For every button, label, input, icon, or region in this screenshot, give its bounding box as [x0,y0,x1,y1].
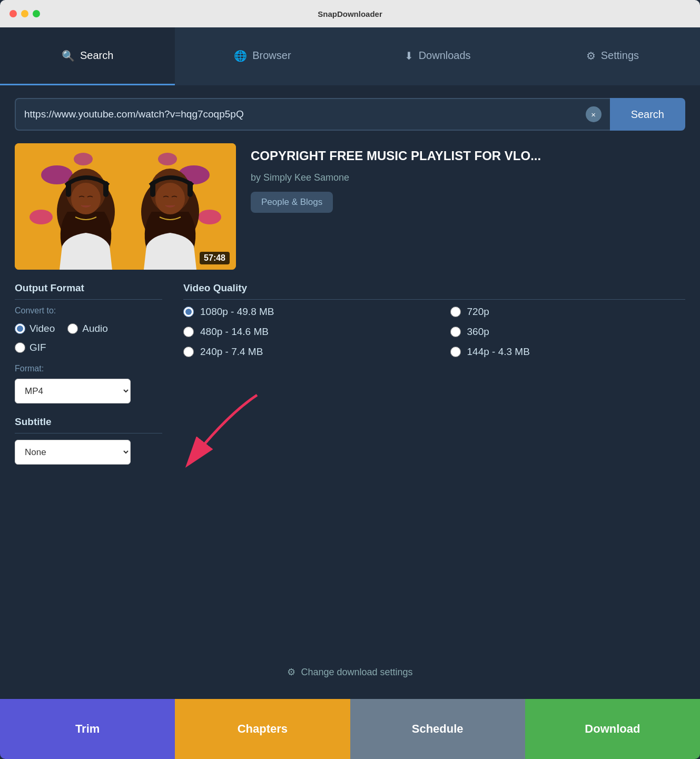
settings-tab-icon: ⚙ [586,50,596,62]
search-button[interactable]: Search [610,98,685,131]
schedule-button[interactable]: Schedule [350,699,525,759]
downloads-tab-icon: ⬇ [405,50,413,62]
svg-point-5 [74,153,93,165]
download-settings-link[interactable]: ⚙ Change download settings [15,658,685,686]
subtitle-area: Subtitle None English Spanish French Ger… [15,416,685,465]
video-label: Video [29,323,55,334]
chapters-button[interactable]: Chapters [175,699,350,759]
tab-browser[interactable]: 🌐 Browser [175,27,350,85]
tab-downloads[interactable]: ⬇ Downloads [350,27,525,85]
tab-settings[interactable]: ⚙ Settings [525,27,700,85]
minimize-window-button[interactable] [21,10,28,17]
quality-radio-1080p[interactable] [183,307,194,317]
quality-radio-240p[interactable] [183,347,194,357]
gif-row: GIF [15,342,162,353]
video-radio[interactable] [15,323,25,334]
subtitle-select[interactable]: None English Spanish French German [15,440,131,465]
audio-option[interactable]: Audio [67,323,108,334]
trim-button[interactable]: Trim [0,699,175,759]
quality-label-480p: 480p - 14.6 MB [200,326,269,338]
quality-label-240p: 240p - 7.4 MB [200,346,263,358]
clear-icon: × [591,110,596,119]
settings-tab-label: Settings [601,50,639,62]
video-info: 57:48 COPYRIGHT FREE MUSIC PLAYLIST FOR … [15,143,685,270]
quality-radio-144p[interactable] [450,347,461,357]
svg-point-3 [29,210,53,224]
thumbnail-svg [15,143,236,270]
video-quality-section: Video Quality 1080p - 49.8 MB 720p 480p … [183,282,685,358]
titlebar: SnapDownloader [0,0,700,27]
convert-label: Convert to: [15,306,162,316]
download-button[interactable]: Download [525,699,700,759]
url-input[interactable] [24,99,586,130]
clear-url-button[interactable]: × [586,106,602,122]
video-audio-row: Video Audio [15,323,162,334]
browser-tab-icon: 🌐 [234,50,247,62]
quality-grid: 1080p - 49.8 MB 720p 480p - 14.6 MB 360p… [183,306,685,358]
quality-radio-480p[interactable] [183,327,194,337]
browser-tab-label: Browser [252,50,291,62]
output-format-section: Output Format Convert to: Video Audio [15,282,162,403]
quality-radio-720p[interactable] [450,307,461,317]
gif-radio[interactable] [15,342,25,353]
quality-label-720p: 720p [467,306,489,318]
quality-144p[interactable]: 144p - 4.3 MB [450,346,686,358]
action-bar: Trim Chapters Schedule Download [0,699,700,759]
close-window-button[interactable] [9,10,17,17]
nav-tabs: 🔍 Search 🌐 Browser ⬇ Downloads ⚙ Setting… [0,27,700,85]
svg-point-16 [155,183,185,214]
subtitle-title: Subtitle [15,416,162,433]
quality-240p[interactable]: 240p - 7.4 MB [183,346,419,358]
svg-point-11 [71,183,101,214]
video-author: by Simply Kee Samone [251,172,541,183]
quality-label-144p: 144p - 4.3 MB [467,346,530,358]
quality-480p[interactable]: 480p - 14.6 MB [183,326,419,338]
video-category: People & Blogs [251,192,333,213]
format-label: Format: [15,364,162,373]
search-tab-label: Search [80,50,113,62]
svg-rect-0 [15,143,236,270]
downloads-tab-label: Downloads [419,50,471,62]
quality-label-360p: 360p [467,326,489,338]
search-bar: × Search [15,98,685,131]
window-controls [9,10,40,17]
svg-point-4 [198,210,221,224]
settings-row: Output Format Convert to: Video Audio [15,282,685,403]
quality-radio-360p[interactable] [450,327,461,337]
video-quality-title: Video Quality [183,282,685,300]
audio-radio[interactable] [67,323,78,334]
svg-point-6 [158,153,177,165]
audio-label: Audio [82,323,108,334]
url-input-wrapper: × [15,98,610,131]
quality-1080p[interactable]: 1080p - 49.8 MB [183,306,419,318]
gear-icon: ⚙ [287,666,295,678]
tab-search[interactable]: 🔍 Search [0,27,175,85]
video-option[interactable]: Video [15,323,55,334]
search-tab-icon: 🔍 [62,50,75,62]
quality-360p[interactable]: 360p [450,326,686,338]
maximize-window-button[interactable] [33,10,40,17]
video-title: COPYRIGHT FREE MUSIC PLAYLIST FOR VLO... [251,147,541,164]
convert-options: Video Audio GIF [15,323,162,353]
main-content: × Search [0,85,700,699]
quality-label-1080p: 1080p - 49.8 MB [200,306,274,318]
app-title: SnapDownloader [318,9,382,18]
quality-720p[interactable]: 720p [450,306,686,318]
gif-label: GIF [29,342,46,353]
format-select[interactable]: MP4 MKV AVI MOV WebM [15,379,131,403]
video-duration: 57:48 [200,252,230,264]
subtitle-section: Subtitle None English Spanish French Ger… [15,416,162,465]
video-thumbnail: 57:48 [15,143,236,270]
output-format-title: Output Format [15,282,162,300]
video-meta: COPYRIGHT FREE MUSIC PLAYLIST FOR VLO...… [251,143,541,213]
gif-option[interactable]: GIF [15,342,46,353]
download-settings-label: Change download settings [301,667,412,678]
